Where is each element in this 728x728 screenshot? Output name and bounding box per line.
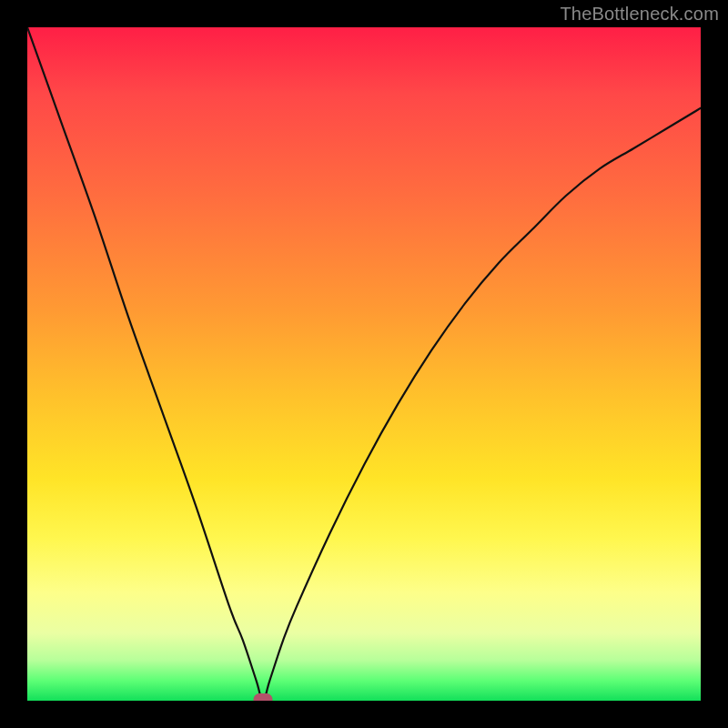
chart-gradient-background: [27, 27, 701, 701]
chart-stage: TheBottleneck.com: [0, 0, 728, 728]
watermark-text: TheBottleneck.com: [560, 4, 719, 25]
